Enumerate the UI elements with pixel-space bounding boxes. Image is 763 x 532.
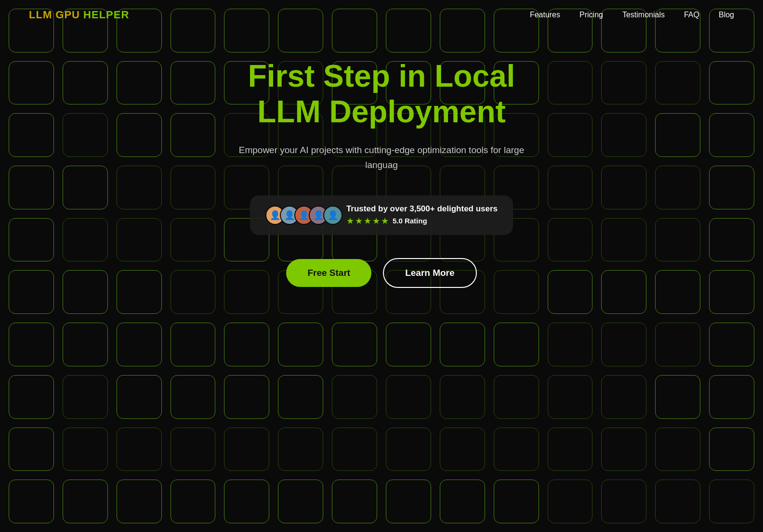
logo-llm: LLM: [29, 9, 52, 21]
hero-subtitle: Empower your AI projects with cutting-ed…: [237, 143, 526, 172]
grid-cell: [655, 323, 700, 366]
trust-rating: ★★★★★ 5.0 Rating: [346, 216, 498, 226]
grid-cell: [171, 428, 216, 471]
navbar: LLM GPU HELPER Features Pricing Testimon…: [0, 0, 763, 30]
grid-cell: [278, 480, 323, 523]
grid-cell: [601, 428, 646, 471]
cta-buttons: Free Start Learn More: [286, 258, 476, 288]
free-start-button[interactable]: Free Start: [286, 259, 371, 287]
grid-cell: [494, 375, 539, 419]
grid-cell: [709, 323, 754, 366]
grid-cell: [224, 428, 269, 471]
logo-helper: HELPER: [80, 9, 129, 21]
grid-cell: [117, 323, 162, 366]
grid-cell: [171, 323, 216, 366]
grid-cell: [224, 480, 269, 523]
grid-cell: [278, 323, 323, 366]
grid-cell: [63, 323, 108, 366]
grid-cell: [440, 480, 485, 523]
nav-link-features[interactable]: Features: [530, 11, 560, 19]
grid-cell: [117, 428, 162, 471]
grid-cell: [63, 375, 108, 419]
grid-cell: [224, 323, 269, 366]
avatars: 👤 👤 👤 👤 👤: [265, 206, 338, 225]
nav-link-faq[interactable]: FAQ: [684, 11, 699, 19]
grid-cell: [655, 428, 700, 471]
nav-item-features[interactable]: Features: [530, 11, 560, 19]
grid-cell: [386, 480, 431, 523]
grid-cell: [117, 480, 162, 523]
trust-badge: 👤 👤 👤 👤 👤 Trusted by over 3,500+ delight…: [250, 195, 513, 235]
grid-cell: [548, 323, 593, 366]
grid-cell: [440, 323, 485, 366]
grid-cell: [548, 428, 593, 471]
rating-text: 5.0 Rating: [393, 217, 427, 225]
grid-cell: [117, 375, 162, 419]
nav-item-pricing[interactable]: Pricing: [579, 11, 603, 19]
grid-cell: [655, 375, 700, 419]
grid-cell: [332, 323, 377, 366]
grid-cell: [494, 428, 539, 471]
grid-cell: [709, 428, 754, 471]
grid-cell: [709, 480, 754, 523]
grid-cell: [63, 428, 108, 471]
nav-item-blog[interactable]: Blog: [719, 11, 734, 19]
hero-section: First Step in Local LLM Deployment Empow…: [0, 30, 763, 307]
trust-text: Trusted by over 3,500+ delighted users ★…: [346, 204, 498, 226]
grid-cell: [709, 375, 754, 419]
grid-cell: [386, 428, 431, 471]
grid-cell: [655, 480, 700, 523]
grid-cell: [601, 375, 646, 419]
grid-cell: [278, 428, 323, 471]
grid-cell: [386, 375, 431, 419]
grid-cell: [386, 323, 431, 366]
grid-cell: [63, 480, 108, 523]
nav-link-pricing[interactable]: Pricing: [579, 11, 603, 19]
logo-gpu: GPU: [52, 9, 80, 21]
grid-cell: [548, 375, 593, 419]
grid-cell: [440, 428, 485, 471]
grid-cell: [171, 480, 216, 523]
grid-cell: [224, 375, 269, 419]
avatar-5: 👤: [323, 206, 342, 225]
nav-item-testimonials[interactable]: Testimonials: [622, 11, 665, 19]
grid-cell: [332, 375, 377, 419]
nav-links: Features Pricing Testimonials FAQ Blog: [530, 11, 734, 19]
grid-cell: [278, 375, 323, 419]
grid-cell: [171, 375, 216, 419]
grid-cell: [494, 323, 539, 366]
nav-link-testimonials[interactable]: Testimonials: [622, 11, 665, 19]
grid-cell: [9, 323, 54, 366]
grid-cell: [601, 323, 646, 366]
nav-item-faq[interactable]: FAQ: [684, 11, 699, 19]
grid-cell: [332, 480, 377, 523]
learn-more-button[interactable]: Learn More: [383, 258, 476, 288]
grid-cell: [494, 480, 539, 523]
grid-cell: [9, 428, 54, 471]
trust-title: Trusted by over 3,500+ delighted users: [346, 204, 498, 214]
logo: LLM GPU HELPER: [29, 9, 129, 21]
grid-cell: [9, 480, 54, 523]
grid-cell: [332, 428, 377, 471]
grid-cell: [9, 375, 54, 419]
grid-cell: [548, 480, 593, 523]
hero-title: First Step in Local LLM Deployment: [213, 59, 550, 130]
grid-cell: [601, 480, 646, 523]
star-icons: ★★★★★: [346, 216, 390, 226]
nav-link-blog[interactable]: Blog: [719, 11, 734, 19]
grid-cell: [440, 375, 485, 419]
